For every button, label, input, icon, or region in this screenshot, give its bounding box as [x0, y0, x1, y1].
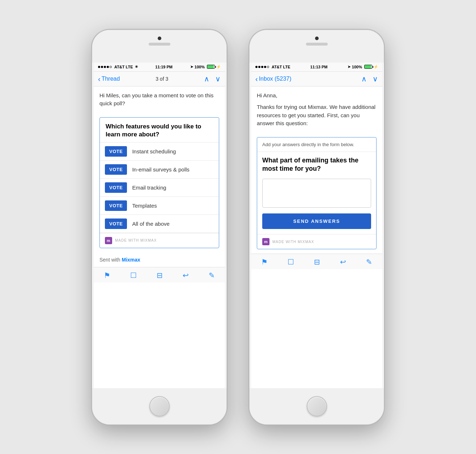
signal-dot-empty-r — [267, 66, 269, 68]
battery-pct-right: 100% — [352, 65, 362, 69]
vote-button-0[interactable]: VOTE — [105, 146, 127, 157]
email-intro-left: Hi Miles, can you take a moment to vote … — [94, 86, 225, 113]
battery-right — [364, 65, 372, 69]
chevron-left-icon-r: ‹ — [255, 75, 258, 82]
sent-prefix: Sent with — [99, 257, 122, 263]
nav-up-icon[interactable]: ∧ — [204, 75, 209, 83]
right-screen: AT&T LTE 11:13 PM ➤ 100% ⚡ ‹ Inbox (5237… — [251, 63, 382, 388]
status-bar-right: AT&T LTE 11:13 PM ➤ 100% ⚡ — [251, 63, 382, 72]
nav-down-icon[interactable]: ∨ — [215, 75, 221, 83]
nav-title-left: 3 of 3 — [156, 76, 168, 82]
signal-dot-r — [261, 66, 263, 68]
battery-pct-left: 100% — [195, 65, 205, 69]
settings-icon: ✳ — [135, 65, 138, 69]
time-right: 11:13 PM — [310, 65, 328, 69]
right-phone: AT&T LTE 11:13 PM ➤ 100% ⚡ ‹ Inbox (5237… — [249, 29, 384, 425]
left-phone: AT&T LTE ✳ 11:19 PM ➤ 100% ⚡ ‹ Thread — [92, 29, 227, 425]
email-body-right: Hi Anna, Thanks for trying out Mixmax. W… — [251, 86, 382, 133]
signal-dot-r — [258, 66, 260, 68]
left-screen: AT&T LTE ✳ 11:19 PM ➤ 100% ⚡ ‹ Thread — [94, 63, 225, 388]
signal-dot — [101, 66, 103, 68]
battery-fill-left — [207, 65, 214, 68]
mixmax-link[interactable]: Mixmax — [122, 257, 140, 263]
bottom-toolbar-right: ⚑ ☐ ⊟ ↩ ✎ — [251, 254, 382, 269]
reply-icon-right[interactable]: ↩ — [340, 258, 346, 266]
compose-icon-left[interactable]: ✎ — [209, 271, 215, 280]
signal-dot-empty — [110, 66, 112, 68]
signal-dot — [104, 66, 106, 68]
nav-up-icon-r[interactable]: ∧ — [361, 75, 367, 83]
archive-icon-left[interactable]: ⊟ — [157, 271, 163, 280]
poll-option-2: VOTE Email tracking — [100, 179, 219, 197]
folder-icon-left[interactable]: ☐ — [130, 271, 137, 280]
carrier-left: AT&T LTE — [114, 65, 133, 69]
location-icon-r: ➤ — [348, 65, 350, 69]
signal-dot-r — [264, 66, 266, 68]
form-answer-input[interactable] — [262, 179, 371, 208]
back-label-left: Thread — [102, 76, 120, 82]
bottom-toolbar-left: ⚑ ☐ ⊟ ↩ ✎ — [94, 267, 225, 283]
form-question: What part of emailing takes the most tim… — [257, 152, 376, 176]
status-bar-left: AT&T LTE ✳ 11:19 PM ➤ 100% ⚡ — [94, 63, 225, 72]
poll-option-3: VOTE Templates — [100, 197, 219, 215]
nav-down-icon-r[interactable]: ∨ — [373, 75, 378, 83]
form-widget: Add your answers directly in the form be… — [257, 137, 377, 250]
mixmax-logo-right: m — [262, 238, 269, 245]
archive-icon-right[interactable]: ⊟ — [314, 258, 320, 266]
mixmax-logo-left: m — [105, 237, 112, 244]
phone-top-right — [250, 30, 384, 63]
poll-option-4: VOTE All of the above — [100, 215, 219, 233]
nav-arrows-left: ∧ ∨ — [204, 75, 221, 83]
poll-option-text-1: In-email surveys & polls — [132, 166, 189, 173]
sent-with: Sent with Mixmax — [94, 253, 225, 267]
compose-icon-right[interactable]: ✎ — [366, 258, 372, 266]
poll-option-text-2: Email tracking — [132, 184, 166, 191]
email-greeting: Hi Anna, — [257, 92, 377, 100]
home-button-left[interactable] — [149, 396, 170, 416]
charging-icon-r: ⚡ — [374, 65, 378, 69]
poll-question: Which features would you like to learn m… — [100, 118, 219, 143]
flag-icon-right[interactable]: ⚑ — [261, 258, 268, 266]
nav-arrows-right: ∧ ∨ — [361, 75, 378, 83]
signal-dot — [107, 66, 109, 68]
poll-option-text-0: Instant scheduling — [132, 148, 176, 154]
battery-left — [207, 65, 215, 69]
vote-button-3[interactable]: VOTE — [105, 200, 127, 211]
back-button-left[interactable]: ‹ Thread — [98, 75, 120, 82]
made-with-right: MADE WITH MIXMAX — [272, 240, 314, 244]
poll-footer: m MADE WITH MIXMAX — [100, 233, 219, 248]
poll-option-0: VOTE Instant scheduling — [100, 143, 219, 161]
phone-bottom-left — [92, 388, 226, 424]
flag-icon-left[interactable]: ⚑ — [104, 271, 110, 280]
back-button-right[interactable]: ‹ Inbox (5237) — [255, 75, 292, 82]
phone-bottom-right — [250, 388, 384, 424]
vote-button-2[interactable]: VOTE — [105, 182, 127, 193]
form-footer: m MADE WITH MIXMAX — [257, 234, 376, 249]
vote-button-1[interactable]: VOTE — [105, 164, 127, 175]
location-icon: ➤ — [190, 65, 193, 69]
chevron-left-icon: ‹ — [98, 75, 101, 82]
folder-icon-right[interactable]: ☐ — [288, 258, 294, 266]
send-answers-button[interactable]: SEND ANSWERS — [262, 213, 371, 229]
nav-bar-left: ‹ Thread 3 of 3 ∧ ∨ — [94, 72, 225, 86]
nav-bar-right: ‹ Inbox (5237) ∧ ∨ — [251, 72, 382, 86]
vote-button-4[interactable]: VOTE — [105, 218, 127, 229]
poll-option-text-4: All of the above — [132, 221, 169, 227]
reply-icon-left[interactable]: ↩ — [183, 271, 189, 280]
back-label-right: Inbox (5237) — [259, 76, 292, 82]
scene: AT&T LTE ✳ 11:19 PM ➤ 100% ⚡ ‹ Thread — [77, 15, 399, 440]
battery-fill-right — [365, 65, 371, 68]
speaker-right — [306, 43, 328, 46]
form-hint: Add your answers directly in the form be… — [257, 137, 376, 152]
email-text: Thanks for trying out Mixmax. We have ad… — [257, 103, 377, 128]
poll-widget: Which features would you like to learn m… — [99, 117, 219, 248]
camera-left — [158, 37, 161, 40]
camera-right — [315, 37, 319, 40]
home-button-right[interactable] — [307, 396, 327, 416]
signal-dot-r — [255, 66, 258, 68]
poll-option-1: VOTE In-email surveys & polls — [100, 161, 219, 179]
speaker-left — [149, 43, 170, 46]
signal-dot — [98, 66, 100, 68]
carrier-right: AT&T LTE — [272, 65, 290, 69]
made-with-left: MADE WITH MIXMAX — [115, 238, 157, 242]
